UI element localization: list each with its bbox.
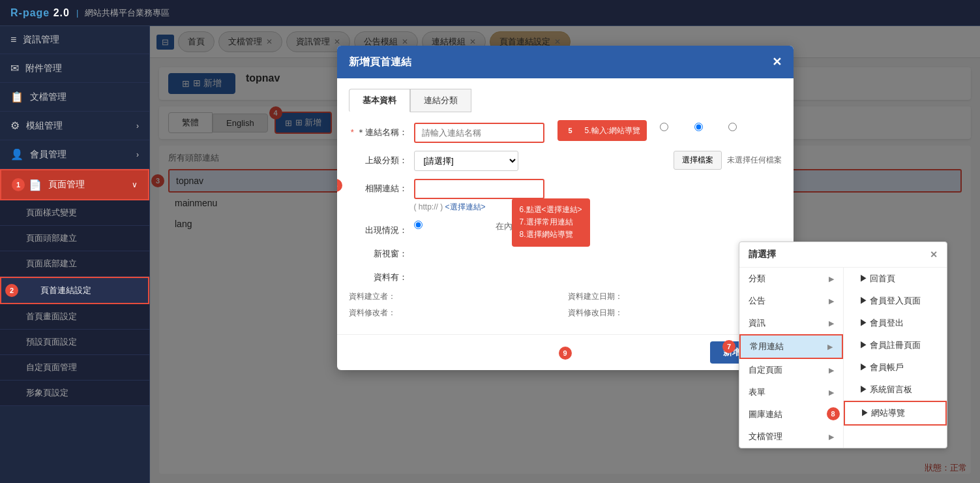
upload-btn[interactable]: 選擇檔案	[674, 151, 722, 170]
page-arrow: ∨	[132, 180, 138, 189]
sidebar-sub-home[interactable]: 首頁畫面設定	[0, 304, 149, 330]
logo: R-page 2.0	[10, 7, 70, 19]
sidebar-sub-custom[interactable]: 自定頁面管理	[0, 355, 149, 381]
radio-graphic[interactable]: 圖形	[660, 123, 688, 133]
sidebar-item-doc[interactable]: 📋 文檔管理	[0, 83, 149, 112]
header-divider: |	[76, 8, 78, 18]
badge-9: 9	[559, 347, 572, 360]
form: ＊連結名稱： 5 5.輸入:網站導覽 顯示方式： 圖形	[349, 123, 782, 319]
modal-tabs: 基本資料 連結分類	[349, 89, 782, 112]
upload-area: 上傳： 選擇檔案 未選擇任何檔案	[643, 151, 782, 170]
badge-2: 2	[5, 284, 18, 297]
sidebar-sub-image[interactable]: 形象頁設定	[0, 381, 149, 406]
badge-1: 1	[12, 178, 25, 191]
dropdown-item-docmgmt[interactable]: 文檔管理 ▶	[739, 426, 843, 448]
category-label: 上級分類：	[349, 151, 408, 166]
form-row-data: 資料有：	[349, 268, 782, 283]
page-icon: 📄	[29, 179, 42, 191]
hint-5: 5 5.輸入:網站導覽	[557, 120, 647, 141]
attachment-icon: ✉	[10, 62, 19, 74]
dropdown-popup: 請選擇 ✕ 分類 ▶ 公告 ▶ 資訊 ▶	[739, 242, 947, 448]
sidebar-label-info: 資訊管理	[23, 34, 59, 46]
dropdown-item-common[interactable]: 7 常用連結 ▶	[739, 334, 843, 359]
sidebar-item-module[interactable]: ⚙ 模組管理 ›	[0, 112, 149, 140]
dropdown-sub-sitemap[interactable]: 8 ▶ 網站導覽	[844, 401, 947, 426]
hint-6: 6.點選<選擇連結> 7.選擇常用連結 8.選擇網站導覽	[512, 198, 590, 247]
sidebar-item-member[interactable]: 👤 會員管理 ›	[0, 140, 149, 169]
dropdown-item-info[interactable]: 資訊 ▶	[739, 312, 843, 334]
select-link-btn[interactable]: <選擇連結>	[445, 202, 486, 211]
dropdown-sub-home[interactable]: ▶ 回首頁	[844, 268, 947, 290]
modal-footer: 9 新增並返回	[337, 334, 794, 370]
member-arrow: ›	[136, 150, 139, 159]
main: ⊟ 首頁 文檔管理 ✕ 資訊管理 ✕ 公告模組 ✕ 連結模組 ✕ 頁首連結設定	[150, 26, 980, 483]
sidebar-item-info[interactable]: ≡ 資訊管理	[0, 26, 149, 54]
dropdown-sub-logout[interactable]: ▶ 會員登出	[844, 312, 947, 334]
form-row-category: 上級分類： [請選擇] 上傳： 選擇檔案 未選擇任何檔案	[349, 151, 782, 171]
window-label: 新視窗：	[349, 244, 408, 260]
badge-6: 6	[337, 179, 342, 192]
dropdown-sub-board[interactable]: ▶ 系統留言板	[844, 379, 947, 401]
dropdown-item-category[interactable]: 分類 ▶	[739, 268, 843, 290]
upload-status: 未選擇任何檔案	[727, 155, 782, 166]
header: R-page 2.0 | 網站共構平台業務專區	[0, 0, 980, 26]
sidebar-sub-footer[interactable]: 頁面底部建立	[0, 251, 149, 277]
dropdown-close[interactable]: ✕	[930, 249, 938, 260]
info-icon: ≡	[10, 34, 16, 46]
sidebar-label-attachment: 附件管理	[25, 63, 62, 74]
dropdown-sub-login[interactable]: ▶ 會員登入頁面	[844, 290, 947, 312]
sidebar-label-member: 會員管理	[30, 149, 67, 161]
sidebar-label-page: 頁面管理	[48, 179, 85, 191]
sidebar-sub-default[interactable]: 預設頁面設定	[0, 330, 149, 355]
dropdown-header: 請選擇 ✕	[739, 242, 947, 268]
dropdown-sub-register[interactable]: ▶ 會員註冊頁面	[844, 334, 947, 356]
dropdown-item-form[interactable]: 表單 ▶	[739, 381, 843, 403]
module-arrow: ›	[136, 121, 139, 131]
radio-both[interactable]: 圖形與名稱	[728, 123, 782, 133]
modal-title: 新增頁首連結	[349, 55, 411, 69]
related-input[interactable]	[414, 179, 544, 199]
sidebar-sub-header[interactable]: 頁面頭部建立	[0, 226, 149, 251]
radio-name[interactable]: 名稱	[694, 123, 722, 133]
sidebar-label-doc: 文檔管理	[30, 91, 67, 103]
badge-8: 8	[827, 407, 840, 420]
dropdown-item-custompage[interactable]: 自定頁面 ▶	[739, 359, 843, 381]
form-row-window: 新視窗：	[349, 244, 782, 260]
modal-tab-basic[interactable]: 基本資料	[349, 89, 410, 112]
data-label: 資料有：	[349, 268, 408, 283]
name-input[interactable]	[414, 123, 544, 143]
dropdown-sub-account[interactable]: ▶ 會員帳戶	[844, 356, 947, 379]
modal-close-btn[interactable]: ✕	[772, 55, 782, 69]
sidebar-item-page[interactable]: 1 📄 頁面管理 ∨	[0, 169, 149, 200]
form-info: 資料建立者： 資料建立日期： 資料修改者： 資料修改日期：	[349, 291, 782, 319]
sidebar: ≡ 資訊管理 ✉ 附件管理 📋 文檔管理 ⚙ 模組管理 › 👤 會員管理 › 1…	[0, 26, 150, 483]
sidebar-sub-style[interactable]: 頁面樣式變更	[0, 200, 149, 226]
form-row-name: ＊連結名稱： 5 5.輸入:網站導覽 顯示方式： 圖形	[349, 123, 782, 143]
doc-icon: 📋	[10, 91, 23, 103]
appear-label: 出現情況：	[349, 221, 408, 236]
header-subtitle: 網站共構平台業務專區	[85, 7, 170, 19]
module-icon: ⚙	[10, 119, 20, 132]
modal: 新增頁首連結 ✕ 基本資料 連結分類	[337, 46, 794, 370]
dropdown-title: 請選擇	[749, 249, 776, 260]
sidebar-sub-nav[interactable]: 2 頁首連結設定	[0, 277, 149, 304]
member-icon: 👤	[10, 148, 23, 161]
modal-header: 新增頁首連結 ✕	[337, 46, 794, 78]
form-row-related: 相關連結： ( http:// ) <選擇連結> 6	[349, 179, 782, 213]
name-label: ＊連結名稱：	[349, 123, 408, 138]
radio-notlimited[interactable]: 不限定	[414, 221, 451, 232]
badge-7: 7	[722, 340, 735, 353]
dropdown-item-announce[interactable]: 公告 ▶	[739, 290, 843, 312]
sidebar-item-attachment[interactable]: ✉ 附件管理	[0, 54, 149, 83]
related-label: 相關連結：	[349, 179, 408, 195]
category-select[interactable]: [請選擇]	[414, 151, 518, 171]
sidebar-label-module: 模組管理	[26, 120, 63, 132]
modal-tab-category[interactable]: 連結分類	[410, 89, 471, 112]
sidebar-sub: 頁面樣式變更 頁面頭部建立 頁面底部建立 2 頁首連結設定 首頁畫面設定 預設頁…	[0, 200, 149, 406]
modal-body: 基本資料 連結分類 ＊連結名稱：	[337, 78, 794, 334]
